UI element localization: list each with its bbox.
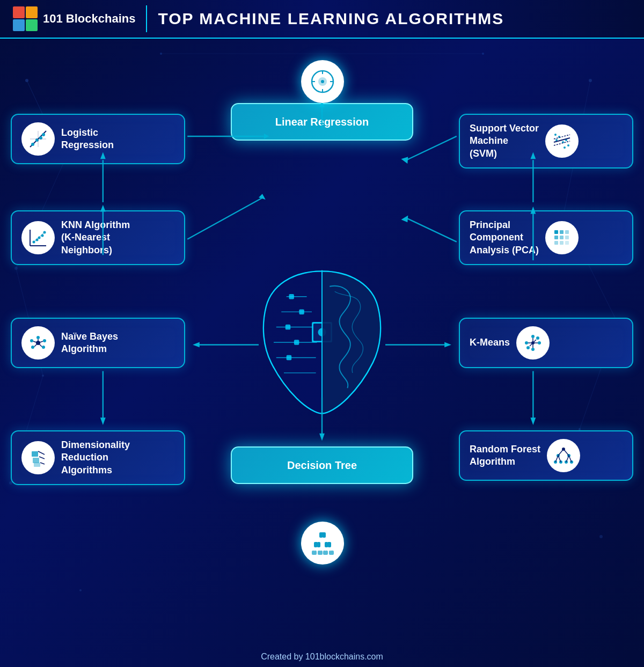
logo-text: 101 Blockchains — [43, 12, 135, 26]
svg-rect-105 — [560, 230, 564, 234]
header-divider — [146, 5, 147, 32]
svg-point-93 — [554, 134, 557, 136]
kmeans-icon — [516, 326, 550, 360]
svg-point-115 — [531, 335, 535, 338]
svg-rect-160 — [289, 294, 294, 299]
svg-rect-144 — [312, 551, 317, 555]
svg-point-78 — [30, 339, 33, 342]
knn-label: KNN Algorithm(K-NearestNeighbors) — [61, 219, 130, 256]
svg-point-99 — [564, 146, 566, 149]
svg-rect-111 — [560, 241, 564, 245]
kmeans-box: K-Means — [459, 318, 633, 368]
svg-line-45 — [406, 136, 456, 160]
svg-line-151 — [317, 547, 320, 551]
svg-line-152 — [325, 547, 328, 551]
linear-regression-label: Linear Regression — [248, 115, 396, 129]
svg-marker-34 — [444, 342, 451, 348]
svg-point-131 — [554, 460, 557, 464]
svg-marker-38 — [530, 417, 536, 425]
svg-point-116 — [538, 341, 541, 345]
svg-rect-142 — [314, 542, 320, 547]
svg-point-134 — [570, 460, 573, 464]
svg-rect-86 — [32, 451, 38, 457]
svm-label: Support VectorMachine(SVM) — [470, 122, 539, 160]
svg-point-51 — [321, 80, 324, 83]
kmeans-label: K-Means — [470, 336, 510, 349]
svg-rect-110 — [554, 241, 558, 245]
svg-rect-147 — [329, 551, 334, 555]
svg-rect-87 — [33, 458, 39, 463]
svg-marker-46 — [401, 157, 408, 164]
svg-point-117 — [531, 348, 535, 351]
svg-point-58 — [31, 143, 34, 146]
svg-point-118 — [525, 341, 528, 345]
svg-line-153 — [328, 547, 331, 551]
svg-point-61 — [42, 133, 45, 136]
svg-point-98 — [567, 144, 569, 146]
svg-rect-107 — [554, 236, 558, 239]
svg-marker-32 — [193, 342, 200, 348]
svg-point-76 — [31, 346, 34, 349]
logistic-regression-label: LogisticRegression — [61, 127, 114, 152]
svm-icon — [545, 124, 579, 158]
knn-icon — [21, 221, 55, 254]
dimensionality-reduction-icon — [21, 441, 55, 474]
decision-tree-box: Decision Tree — [231, 446, 413, 484]
svg-rect-106 — [565, 230, 569, 234]
svg-rect-143 — [325, 542, 331, 547]
svg-rect-108 — [560, 236, 564, 239]
svg-line-150 — [314, 547, 317, 551]
page-title: TOP MACHINE LEARNING ALGORITHMS — [158, 10, 504, 28]
random-forest-label: Random ForestAlgorithm — [470, 443, 540, 468]
svg-marker-36 — [100, 417, 106, 425]
svg-line-25 — [187, 197, 264, 239]
svm-box: Support VectorMachine(SVM) — [459, 114, 633, 168]
svg-point-120 — [526, 346, 530, 349]
random-forest-box: Random ForestAlgorithm — [459, 430, 633, 481]
svg-point-79 — [43, 339, 46, 342]
knn-box: KNN Algorithm(K-NearestNeighbors) — [11, 210, 185, 265]
linear-regression-box: Linear Regression — [231, 103, 413, 141]
svg-point-133 — [565, 460, 568, 464]
svg-rect-141 — [319, 532, 326, 538]
svg-line-148 — [317, 538, 323, 542]
svg-rect-164 — [287, 355, 291, 360]
svg-rect-162 — [286, 324, 290, 329]
footer-text: Created by 101blockchains.com — [261, 652, 383, 661]
dimensionality-reduction-box: DimensionalityReductionAlgorithms — [11, 430, 185, 485]
brain-center-illustration — [236, 246, 408, 439]
svg-rect-88 — [34, 463, 40, 467]
svg-rect-161 — [299, 309, 304, 314]
logistic-regression-icon — [21, 122, 55, 156]
dimensionality-reduction-label: DimensionalityReductionAlgorithms — [61, 439, 130, 477]
naive-bayes-label: Naïve BayesAlgorithm — [61, 331, 118, 356]
svg-rect-109 — [565, 236, 569, 239]
svg-marker-26 — [259, 194, 266, 200]
svg-rect-145 — [318, 551, 323, 555]
svg-marker-48 — [401, 215, 408, 222]
linear-regression-icon-circle — [301, 60, 344, 103]
logo-icon — [13, 6, 38, 31]
main-content: Linear Regression LogisticRegression — [0, 39, 644, 646]
random-forest-icon — [547, 439, 580, 472]
logistic-regression-box: LogisticRegression — [11, 114, 185, 164]
naive-bayes-icon — [21, 326, 55, 360]
svg-rect-146 — [323, 551, 328, 555]
svg-line-149 — [323, 538, 328, 542]
svg-point-119 — [536, 336, 539, 340]
pca-icon — [545, 221, 579, 254]
svg-line-47 — [406, 218, 456, 241]
svg-rect-104 — [554, 230, 558, 234]
pca-box: PrincipalComponentAnalysis (PCA) — [459, 210, 633, 265]
logo: 101 Blockchains — [13, 6, 135, 31]
svg-point-77 — [42, 346, 45, 349]
footer: Created by 101blockchains.com — [0, 647, 644, 667]
svg-rect-112 — [565, 241, 569, 245]
decision-tree-icon-circle — [301, 522, 344, 565]
header: 101 Blockchains TOP MACHINE LEARNING ALG… — [0, 0, 644, 39]
naive-bayes-box: Naïve BayesAlgorithm — [11, 318, 185, 368]
svg-rect-163 — [294, 340, 299, 345]
pca-label: PrincipalComponentAnalysis (PCA) — [470, 219, 539, 256]
svg-point-75 — [36, 336, 40, 339]
decision-tree-label: Decision Tree — [248, 458, 396, 472]
